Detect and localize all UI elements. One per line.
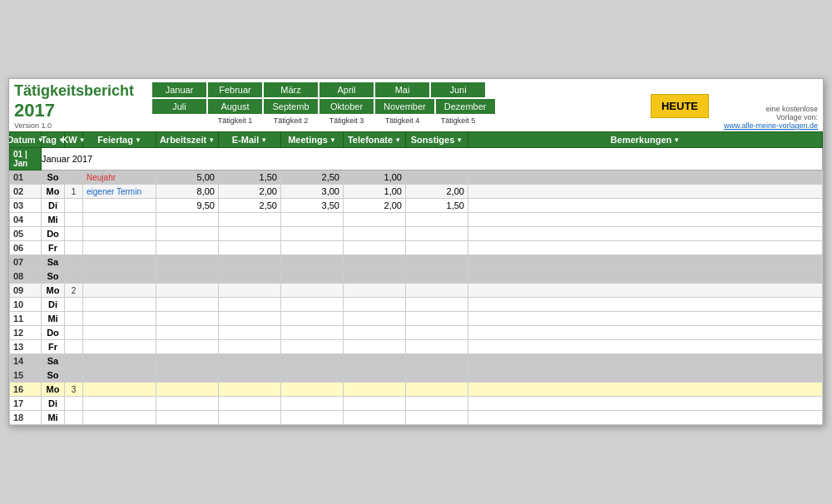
cell-meetings[interactable]: 2,50 (281, 170, 344, 185)
cell-arbeitszeit[interactable] (156, 368, 219, 383)
cell-bemerkungen[interactable] (468, 340, 823, 354)
cell-arbeitszeit[interactable] (156, 255, 219, 269)
month-juni[interactable]: Juni (431, 82, 485, 97)
cell-feiertag[interactable] (83, 199, 156, 213)
cell-bemerkungen[interactable] (468, 269, 823, 284)
cell-feiertag[interactable] (83, 340, 156, 354)
cell-datum[interactable]: 03 (10, 199, 42, 213)
cell-feiertag[interactable] (83, 227, 156, 241)
cell-feiertag[interactable] (83, 269, 156, 284)
cell-email[interactable]: 1,50 (219, 170, 281, 185)
cell-bemerkungen[interactable] (468, 383, 823, 397)
cell-datum[interactable]: 01 (10, 170, 42, 185)
month-april[interactable]: April (319, 82, 374, 97)
cell-email[interactable] (219, 368, 281, 383)
cell-datum[interactable]: 11 (10, 312, 42, 326)
cell-meetings[interactable] (281, 326, 344, 340)
cell-arbeitszeit[interactable] (156, 298, 219, 312)
cell-bemerkungen[interactable] (468, 185, 823, 199)
kw-dropdown-icon[interactable]: ▼ (79, 136, 86, 144)
cell-sonstiges[interactable] (406, 383, 468, 397)
arbeitszeit-dropdown-icon[interactable]: ▼ (208, 136, 215, 144)
cell-arbeitszeit[interactable]: 9,50 (156, 199, 219, 213)
cell-datum[interactable]: 15 (10, 368, 42, 383)
bemerkungen-dropdown-icon[interactable]: ▼ (673, 136, 680, 144)
cell-sonstiges[interactable] (406, 368, 468, 383)
cell-email[interactable] (219, 298, 281, 312)
cell-arbeitszeit[interactable] (156, 397, 219, 411)
cell-telefonate[interactable] (344, 213, 406, 227)
cell-sonstiges[interactable]: 1,50 (406, 199, 468, 213)
cell-sonstiges[interactable] (406, 340, 468, 354)
cell-meetings[interactable] (281, 368, 344, 383)
cell-feiertag[interactable] (83, 213, 156, 227)
cell-feiertag[interactable] (83, 368, 156, 383)
cell-datum[interactable]: 07 (10, 255, 42, 269)
cell-sonstiges[interactable] (406, 255, 468, 269)
month-august[interactable]: August (208, 99, 262, 114)
cell-meetings[interactable] (281, 397, 344, 411)
cell-sonstiges[interactable] (406, 354, 468, 368)
cell-arbeitszeit[interactable] (156, 213, 219, 227)
cell-meetings[interactable] (281, 269, 344, 284)
cell-email[interactable] (219, 227, 281, 241)
cell-datum[interactable]: 02 (10, 185, 42, 199)
cell-datum[interactable]: 06 (10, 241, 42, 255)
sonstiges-dropdown-icon[interactable]: ▼ (456, 136, 463, 144)
cell-bemerkungen[interactable] (468, 255, 823, 269)
month-september[interactable]: Septemb (264, 99, 318, 114)
cell-telefonate[interactable]: 1,00 (344, 185, 406, 199)
month-februar[interactable]: Februar (208, 82, 262, 97)
cell-sonstiges[interactable] (406, 170, 468, 185)
cell-feiertag[interactable] (83, 326, 156, 340)
cell-sonstiges[interactable] (406, 326, 468, 340)
cell-telefonate[interactable] (344, 241, 406, 255)
cell-feiertag[interactable] (83, 354, 156, 368)
cell-bemerkungen[interactable] (468, 170, 823, 185)
cell-arbeitszeit[interactable] (156, 383, 219, 397)
cell-arbeitszeit[interactable]: 8,00 (156, 185, 219, 199)
month-oktober[interactable]: Oktober (319, 99, 374, 114)
cell-datum[interactable]: 18 (10, 411, 42, 425)
cell-feiertag[interactable] (83, 411, 156, 425)
cell-telefonate[interactable]: 1,00 (344, 170, 406, 185)
cell-feiertag[interactable] (83, 298, 156, 312)
cell-telefonate[interactable] (344, 340, 406, 354)
cell-feiertag[interactable] (83, 397, 156, 411)
cell-feiertag[interactable]: eigener Termin (83, 185, 156, 199)
cell-telefonate[interactable] (344, 411, 406, 425)
cell-telefonate[interactable] (344, 368, 406, 383)
month-mai[interactable]: Mai (375, 82, 429, 97)
cell-bemerkungen[interactable] (468, 312, 823, 326)
cell-meetings[interactable] (281, 255, 344, 269)
cell-sonstiges[interactable] (406, 227, 468, 241)
cell-datum[interactable]: 13 (10, 340, 42, 354)
cell-bemerkungen[interactable] (468, 213, 823, 227)
cell-telefonate[interactable] (344, 354, 406, 368)
cell-bemerkungen[interactable] (468, 298, 823, 312)
cell-arbeitszeit[interactable] (156, 326, 219, 340)
cell-email[interactable] (219, 241, 281, 255)
cell-telefonate[interactable] (344, 383, 406, 397)
cell-meetings[interactable]: 3,50 (281, 199, 344, 213)
cell-datum[interactable]: 16 (10, 383, 42, 397)
cell-bemerkungen[interactable] (468, 368, 823, 383)
cell-bemerkungen[interactable] (468, 397, 823, 411)
cell-sonstiges[interactable] (406, 298, 468, 312)
cell-sonstiges[interactable] (406, 411, 468, 425)
month-juli[interactable]: Juli (152, 99, 206, 114)
cell-email[interactable]: 2,50 (219, 199, 281, 213)
month-maerz[interactable]: März (264, 82, 318, 97)
heute-button[interactable]: HEUTE (651, 94, 709, 118)
cell-sonstiges[interactable] (406, 284, 468, 298)
cell-bemerkungen[interactable] (468, 241, 823, 255)
month-november[interactable]: November (375, 99, 434, 114)
month-dezember[interactable]: Dezember (436, 99, 495, 114)
cell-feiertag[interactable] (83, 255, 156, 269)
cell-bemerkungen[interactable] (468, 411, 823, 425)
meetings-dropdown-icon[interactable]: ▼ (329, 136, 336, 144)
cell-arbeitszeit[interactable] (156, 227, 219, 241)
feiertag-dropdown-icon[interactable]: ▼ (135, 136, 141, 144)
cell-meetings[interactable] (281, 411, 344, 425)
cell-telefonate[interactable] (344, 326, 406, 340)
